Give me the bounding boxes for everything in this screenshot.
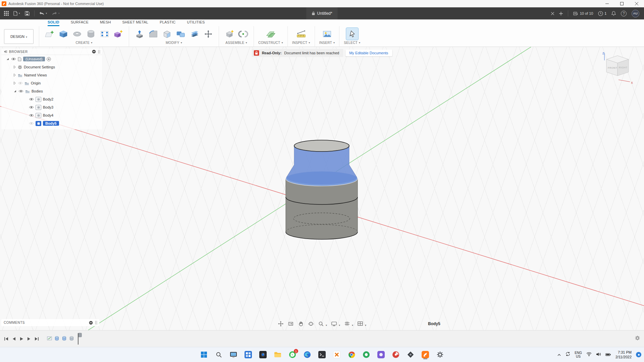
job-status[interactable]: 10 of 10: [573, 11, 593, 15]
terminal-icon[interactable]: [318, 350, 326, 360]
go-to-start-icon[interactable]: [4, 337, 8, 341]
fusion-360-icon[interactable]: [421, 350, 430, 360]
create-form-button[interactable]: [112, 28, 124, 40]
timeline-feature-sketch[interactable]: [47, 336, 52, 342]
tree-row-body2[interactable]: Body2: [1, 95, 102, 103]
volume-icon[interactable]: [596, 352, 601, 358]
help-icon[interactable]: ?: [621, 11, 627, 16]
root-document-label[interactable]: (Unsaved): [23, 57, 45, 61]
model-body4-cylinder[interactable]: [286, 179, 358, 239]
tree-row-bodies[interactable]: Bodies: [1, 87, 102, 95]
tab-utilities[interactable]: UTILITIES: [187, 20, 205, 26]
document-tab[interactable]: Untitled*: [306, 7, 337, 19]
settings-icon[interactable]: [436, 350, 444, 360]
expanded-arrow-icon[interactable]: [13, 89, 17, 93]
pan-icon[interactable]: [278, 321, 284, 327]
editable-documents-chip[interactable]: My Editable Documents: [345, 50, 392, 56]
save-icon[interactable]: [25, 11, 30, 16]
app-launcher-icon[interactable]: [4, 11, 9, 16]
timeline-settings-gear-icon[interactable]: [635, 336, 640, 342]
whatsapp-icon[interactable]: 1: [288, 350, 297, 360]
torus-primitive-button[interactable]: [71, 28, 83, 40]
select-button[interactable]: [346, 28, 358, 40]
collapse-panel-icon[interactable]: [3, 50, 7, 53]
visibility-eye-icon[interactable]: [11, 57, 16, 61]
widgets-icon[interactable]: [244, 350, 253, 360]
orbit-icon[interactable]: [308, 321, 314, 327]
close-tab-icon[interactable]: [551, 12, 554, 15]
fit-view-icon[interactable]: [288, 321, 294, 327]
step-forward-icon[interactable]: [27, 337, 31, 341]
avatar[interactable]: AU: [632, 10, 639, 17]
cylinder-primitive-button[interactable]: [85, 28, 97, 40]
tree-row-body3[interactable]: Body3: [1, 103, 102, 111]
visibility-eye-icon[interactable]: [18, 89, 23, 93]
tab-plastic[interactable]: PLASTIC: [160, 20, 175, 26]
assemble-group-label[interactable]: ASSEMBLE: [225, 41, 247, 45]
body3-label[interactable]: Body3: [43, 105, 53, 109]
timeline-feature-extrude[interactable]: [69, 336, 74, 342]
browser-filter-icon[interactable]: [92, 50, 96, 54]
tray-sync-icon[interactable]: [566, 352, 570, 358]
play-icon[interactable]: [19, 337, 23, 341]
create-sketch-button[interactable]: [44, 28, 56, 40]
battery-icon[interactable]: [605, 352, 611, 358]
activate-target-icon[interactable]: [47, 57, 51, 61]
task-view-icon[interactable]: [229, 350, 238, 360]
select-group-label[interactable]: SELECT: [344, 41, 360, 45]
bell-icon[interactable]: [611, 11, 616, 16]
insert-group-label[interactable]: INSERT: [319, 41, 335, 45]
comments-toggle-icon[interactable]: [89, 321, 93, 325]
comments-resize-grip[interactable]: [95, 321, 97, 324]
visibility-eye-icon-off[interactable]: [29, 122, 34, 125]
clock-date-display[interactable]: 7:31 PM 2/11/2022: [615, 350, 632, 360]
create-group-label[interactable]: CREATE: [76, 41, 93, 45]
maximize-button[interactable]: [614, 0, 629, 7]
tree-row-body4[interactable]: Body4: [1, 111, 102, 119]
body2-label[interactable]: Body2: [43, 97, 53, 101]
view-cube[interactable]: Z FRONT RIGHT X: [599, 50, 637, 88]
camera-app-icon[interactable]: [259, 350, 267, 360]
body4-label[interactable]: Body4: [43, 113, 53, 117]
shell-button[interactable]: [161, 28, 173, 40]
visibility-eye-icon[interactable]: [29, 114, 34, 117]
inspect-group-label[interactable]: INSPECT: [292, 41, 310, 45]
search-icon[interactable]: [214, 350, 223, 360]
tree-row-body5-selected[interactable]: Body5: [1, 119, 102, 127]
start-button[interactable]: [200, 350, 208, 360]
pan-hand-icon[interactable]: [298, 321, 304, 327]
app-x-icon[interactable]: [332, 350, 341, 360]
new-tab-icon[interactable]: [559, 12, 563, 15]
collapsed-arrow-icon[interactable]: [13, 65, 16, 69]
minimize-button[interactable]: [600, 0, 614, 7]
body5-label[interactable]: Body5: [43, 121, 59, 126]
wifi-icon[interactable]: [586, 352, 592, 358]
undo-icon[interactable]: [39, 11, 47, 15]
app-purple-icon[interactable]: [377, 350, 385, 360]
move-copy-button[interactable]: [202, 28, 214, 40]
tray-chevron-up-icon[interactable]: [557, 352, 561, 358]
chrome-icon[interactable]: [347, 350, 356, 360]
tree-row-document-settings[interactable]: Document Settings: [1, 63, 102, 71]
press-pull-button[interactable]: [133, 28, 146, 40]
timeline-feature-extrude[interactable]: [54, 336, 59, 342]
workspace-selector[interactable]: DESIGN: [4, 29, 34, 44]
fillet-button[interactable]: [147, 28, 159, 40]
new-component-button[interactable]: [223, 28, 235, 40]
redo-icon[interactable]: [52, 11, 60, 15]
collapsed-arrow-icon[interactable]: [13, 73, 16, 77]
file-explorer-icon[interactable]: [273, 350, 282, 360]
expanded-arrow-icon[interactable]: [6, 57, 9, 61]
zoom-icon[interactable]: [318, 321, 327, 327]
combine-button[interactable]: [175, 28, 187, 40]
visibility-eye-icon[interactable]: [29, 106, 34, 109]
insert-canvas-button[interactable]: [321, 28, 333, 40]
joint-button[interactable]: [237, 28, 249, 40]
browser-resize-grip[interactable]: [98, 50, 100, 54]
timeline-position-marker[interactable]: [78, 333, 82, 345]
edge-icon[interactable]: [303, 350, 312, 360]
model-body5-selected[interactable]: [286, 140, 358, 186]
tree-row-origin[interactable]: Origin: [1, 79, 102, 87]
box-primitive-button[interactable]: [57, 28, 69, 40]
comments-panel[interactable]: COMMENTS: [1, 319, 99, 326]
